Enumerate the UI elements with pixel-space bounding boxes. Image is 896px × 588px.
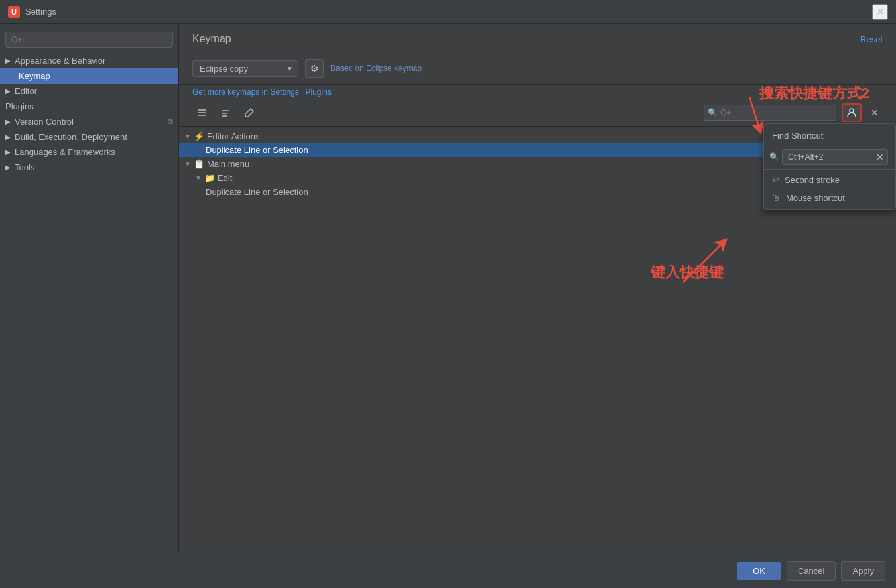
keymap-description: Based on Eclipse keymap xyxy=(330,64,422,73)
collapse-all-icon xyxy=(220,107,231,118)
tree-arrow-icon: ▼ xyxy=(184,133,191,140)
sidebar-item-editor[interactable]: ▶ Editor xyxy=(0,84,178,99)
search-mini-icon: 🔍 xyxy=(769,152,779,162)
content-wrapper: 搜索快捷键方式2 键入快捷键 Keymap Reset Eclipse copy… xyxy=(179,24,896,554)
expand-arrow-icon: ▶ xyxy=(5,88,11,95)
sidebar-item-plugins[interactable]: Plugins xyxy=(0,99,178,114)
sidebar-item-label: Keymap xyxy=(19,71,50,81)
collapse-all-button[interactable] xyxy=(216,103,235,122)
sidebar-item-label: Languages & Frameworks xyxy=(15,147,115,157)
menu-icon: 📋 xyxy=(194,159,204,169)
sidebar-item-tools[interactable]: ▶ Tools xyxy=(0,160,178,175)
second-stroke-item[interactable]: ↩ Second stroke xyxy=(764,171,895,189)
get-more-link[interactable]: Get more keymaps in Settings | Plugins xyxy=(179,85,896,99)
sidebar-item-label: Editor xyxy=(15,86,37,96)
find-shortcut-title: Find Shortcut xyxy=(764,127,895,143)
expand-arrow-icon: ▶ xyxy=(5,164,11,171)
content-header: Keymap Reset xyxy=(179,24,896,52)
svg-text:U: U xyxy=(11,8,17,16)
search-wrapper: 🔍 xyxy=(704,105,836,121)
bottom-bar: OK Cancel Apply xyxy=(0,554,896,588)
divider2 xyxy=(764,169,895,170)
actions-search-input[interactable] xyxy=(704,105,836,121)
tree-arrow-icon: ▼ xyxy=(195,174,202,182)
shortcut-input-row: 🔍 ✕ xyxy=(764,147,895,168)
close-button[interactable]: ✕ xyxy=(872,4,888,20)
main-layout: ▶ Appearance & Behavior Keymap ▶ Editor … xyxy=(0,24,896,554)
keymap-controls: Eclipse copy ▼ ⚙ Based on Eclipse keymap xyxy=(179,52,896,85)
expand-arrow-icon: ▶ xyxy=(5,118,11,125)
reset-button[interactable]: Reset xyxy=(860,34,883,44)
edit-icon xyxy=(244,107,255,118)
expand-arrow-icon: ▶ xyxy=(5,57,11,64)
edit-button[interactable] xyxy=(240,103,259,122)
gear-button[interactable]: ⚙ xyxy=(305,59,324,78)
tree-arrow-icon: ▼ xyxy=(184,160,191,168)
sidebar-item-label: Version Control xyxy=(15,117,74,127)
second-stroke-icon: ↩ xyxy=(772,175,779,185)
keymap-select-wrapper: Eclipse copy ▼ xyxy=(192,60,298,77)
find-shortcut-button[interactable] xyxy=(842,103,862,122)
folder-icon: 📁 xyxy=(204,173,215,183)
apply-button[interactable]: Apply xyxy=(841,561,885,581)
window-title: Settings xyxy=(25,7,56,17)
sidebar-search-input[interactable] xyxy=(5,32,173,48)
divider xyxy=(764,145,895,145)
second-stroke-label: Second stroke xyxy=(785,175,840,185)
cancel-button[interactable]: Cancel xyxy=(787,561,836,581)
shortcut-input[interactable] xyxy=(782,149,888,165)
app-icon: U xyxy=(8,6,20,18)
expand-all-button[interactable] xyxy=(192,103,211,122)
title-bar: U Settings ✕ xyxy=(0,0,896,24)
sidebar-item-build[interactable]: ▶ Build, Execution, Deployment xyxy=(0,129,178,145)
mouse-shortcut-item[interactable]: 🖱 Mouse shortcut xyxy=(764,189,895,207)
sidebar-item-label: Plugins xyxy=(5,101,34,111)
expand-arrow-icon: ▶ xyxy=(5,133,11,141)
sidebar-item-version-control[interactable]: ▶ Version Control ⧉ xyxy=(0,114,178,129)
mouse-icon: 🖱 xyxy=(772,193,781,203)
find-shortcut-popup: Find Shortcut 🔍 ✕ ↩ Second stroke 🖱 xyxy=(763,123,896,210)
ok-button[interactable]: OK xyxy=(737,562,781,580)
actions-bar: 🔍 ✕ Find Shortcut 🔍 xyxy=(179,99,896,127)
shortcut-clear-button[interactable]: ✕ xyxy=(876,152,884,162)
sidebar-item-label: Tools xyxy=(15,162,34,172)
expand-arrow-icon: ▶ xyxy=(5,148,11,156)
clear-search-button[interactable]: ✕ xyxy=(867,105,883,121)
keymap-select[interactable]: Eclipse copy xyxy=(192,60,298,77)
content-panel: Keymap Reset Eclipse copy ▼ ⚙ Based on E… xyxy=(179,24,896,554)
sidebar-item-appearance[interactable]: ▶ Appearance & Behavior xyxy=(0,53,178,68)
page-title: Keymap xyxy=(192,33,231,45)
mouse-shortcut-label: Mouse shortcut xyxy=(786,193,845,203)
sidebar-item-languages[interactable]: ▶ Languages & Frameworks xyxy=(0,145,178,160)
sidebar-item-keymap[interactable]: Keymap xyxy=(0,68,178,84)
copy-icon: ⧉ xyxy=(168,117,173,126)
sidebar-item-label: Appearance & Behavior xyxy=(15,56,105,66)
lightning-icon: ⚡ xyxy=(194,131,204,141)
expand-all-icon xyxy=(196,107,207,118)
sidebar: ▶ Appearance & Behavior Keymap ▶ Editor … xyxy=(0,24,179,554)
sidebar-item-label: Build, Execution, Deployment xyxy=(15,132,127,142)
svg-point-10 xyxy=(850,109,854,113)
person-icon xyxy=(846,107,857,118)
